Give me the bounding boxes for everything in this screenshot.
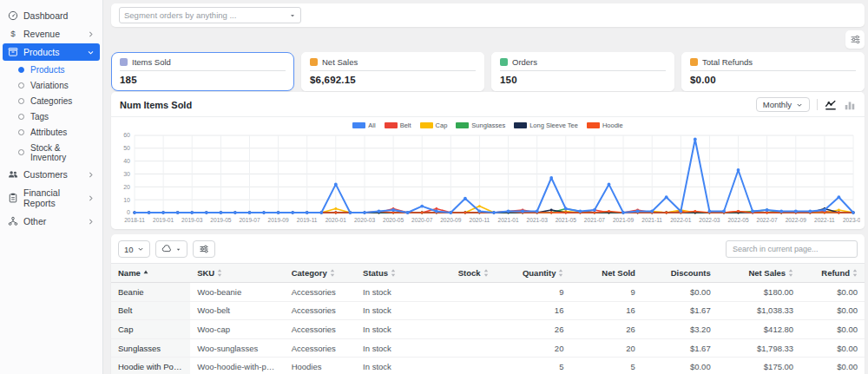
column-header-sku[interactable]: SKU [190,264,285,283]
line-chart-icon[interactable] [825,99,837,111]
column-header-quantity[interactable]: Quantity [496,264,571,283]
circle-icon [18,149,24,155]
bar-chart-icon[interactable] [844,99,856,111]
svg-text:2021-03: 2021-03 [527,217,549,223]
page-size-select[interactable]: 10 [118,240,150,258]
chevron-down-icon [796,102,803,108]
sidebar-subitem-label: Tags [30,112,49,121]
sidebar-item-other[interactable]: Other [3,213,100,230]
cell-net-sales: $180.00 [718,283,800,302]
column-label: Net Sold [602,268,635,278]
legend-item-cap[interactable]: Cap [420,121,448,129]
kpi-card-total-refunds[interactable]: Total Refunds $0.00 [681,52,865,91]
svg-text:2022-03: 2022-03 [699,217,720,223]
sidebar-item-revenue[interactable]: $Revenue [3,25,100,43]
cell-sku: Woo-sunglasses [190,338,285,358]
sidebar-subitem-attributes[interactable]: Attributes [0,124,102,140]
kpi-value: $0.00 [690,75,856,85]
cell-net-sold: 20 [570,338,641,358]
svg-text:2018-11: 2018-11 [124,217,145,223]
legend-label: Hoodie [602,121,623,129]
box-icon [8,47,18,57]
legend-item-hoodie[interactable]: Hoodie [587,121,623,129]
sidebar-subitem-label: Products [30,65,64,75]
svg-text:2022-09: 2022-09 [786,217,807,223]
sidebar-item-label: Products [23,47,59,57]
cell-name: Beanie [111,283,190,302]
legend-item-all[interactable]: All [352,121,375,129]
column-header-discounts[interactable]: Discounts [642,264,718,283]
svg-text:10: 10 [123,197,130,203]
svg-text:2019-07: 2019-07 [239,217,260,223]
column-header-stock[interactable]: Stock [431,264,496,283]
column-header-category[interactable]: Category [285,264,356,283]
legend-item-belt[interactable]: Belt [385,121,411,129]
legend-label: Sunglasses [471,121,505,129]
kpi-header: Total Refunds [690,57,856,67]
cell-name: Cap [111,320,190,339]
table-body: BeanieWoo-beanieAccessoriesIn stock99$0.… [111,283,865,374]
table-settings-button[interactable] [193,240,215,258]
sidebar-subitem-tags[interactable]: Tags [0,108,102,124]
legend-item-sunglasses[interactable]: Sunglasses [456,121,505,129]
cell-stock [431,358,496,374]
gauge-icon [8,10,18,21]
kpi-label: Total Refunds [702,57,753,67]
segment-search-input[interactable] [124,10,289,20]
kpi-swatch-icon [690,58,698,66]
column-header-net-sold[interactable]: Net Sold [570,264,641,283]
period-select[interactable]: Monthly [756,97,810,112]
sidebar-subitem-categories[interactable]: Categories [0,93,102,108]
legend-item-long-sleeve-tee[interactable]: Long Sleeve Tee [514,121,578,129]
svg-text:30: 30 [123,171,130,177]
caret-down-icon [289,12,296,19]
svg-text:2019-05: 2019-05 [210,217,232,223]
cell-sku: Woo-cap [190,320,285,339]
cell-stock [431,338,496,358]
segment-search-box[interactable] [119,7,301,23]
dashboard-settings-button[interactable] [845,30,865,49]
kpi-swatch-icon [500,58,508,66]
sidebar-item-financial-reports[interactable]: Financial Reports [3,184,100,212]
svg-text:2021-09: 2021-09 [613,217,635,223]
column-label: Stock [458,268,481,278]
dollar-icon: $ [8,29,18,39]
column-header-name[interactable]: Name [111,264,190,283]
svg-text:0: 0 [127,209,130,215]
sidebar-subitem-products[interactable]: Products [0,62,102,77]
kpi-card-items-sold[interactable]: Items Sold 185 [111,52,294,91]
cell-sku: Woo-beanie [190,283,285,302]
sidebar-item-label: Revenue [23,29,60,39]
column-header-status[interactable]: Status [356,264,431,283]
sidebar-item-customers[interactable]: Customers [3,166,100,183]
sidebar-item-products[interactable]: Products [3,43,100,61]
cell-refund: $0.00 [800,338,865,358]
svg-text:60: 60 [123,132,130,138]
column-header-refund[interactable]: Refund [800,264,865,283]
sidebar-subitem-label: Categories [30,96,72,106]
active-dot-icon [18,67,24,73]
cell-status: In stock [356,283,431,302]
table-search-box[interactable] [726,240,858,258]
kpi-value: 150 [500,75,666,85]
table-search-input[interactable] [733,245,851,253]
sidebar-subitem-variations[interactable]: Variations [0,77,102,93]
legend-label: Belt [400,121,411,129]
svg-text:2020-03: 2020-03 [354,217,376,223]
column-header-net-sales[interactable]: Net Sales [718,264,800,283]
hierarchy-icon [8,216,18,226]
cell-refund: $0.00 [800,358,865,374]
sidebar-subitem-stock-inventory[interactable]: Stock & Inventory [0,140,102,165]
kpi-card-net-sales[interactable]: Net Sales $6,692.15 [301,52,484,91]
sidebar-item-dashboard[interactable]: Dashboard [3,7,100,24]
kpi-label: Orders [512,57,537,67]
svg-text:2021-07: 2021-07 [584,217,606,223]
export-button[interactable] [155,240,187,258]
cell-discounts: $0.00 [642,358,718,374]
cell-category: Hoodies [285,358,356,374]
svg-text:2020-11: 2020-11 [470,217,490,223]
kpi-card-orders[interactable]: Orders 150 [491,52,674,91]
cell-refund: $0.00 [800,301,865,320]
table-row: SunglassesWoo-sunglassesAccessoriesIn st… [111,338,865,358]
chevron-right-icon [87,171,95,179]
